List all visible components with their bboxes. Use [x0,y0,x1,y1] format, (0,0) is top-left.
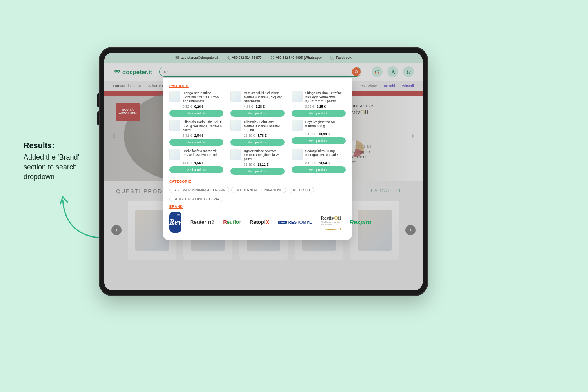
support-button[interactable] [372,66,383,77]
svg-point-3 [115,70,117,72]
carousel-next[interactable] [405,225,416,235]
whatsapp-icon [270,56,274,60]
search-input[interactable] [159,67,361,77]
brand-reuflor[interactable]: Reuflor [223,214,241,231]
dropdown-product-item: Clismalax Soluzione Rettale 4 clismi Las… [230,120,285,146]
svg-point-4 [118,70,120,72]
header-icons [372,66,414,77]
product-thumbnail [230,149,241,160]
view-product-button[interactable]: Vedi prodotto [230,168,285,175]
dropdown-product-item: Redonyl ultra 50 mg cane/gatto 60 capsul… [292,149,346,175]
dropdown-brands-row: Rev Reuterin® Reuflor RetopiX inovaRESTO… [169,212,346,233]
mail-icon [175,56,179,60]
search-icon [354,69,359,74]
svg-point-1 [271,56,274,59]
product-thumbnail [292,120,303,131]
logo-icon [113,68,121,76]
product-name[interactable]: Siringa Insulina Extrafine 26G Ago Remov… [305,91,346,103]
dropdown-product-item: Royal regime tea 50 bustine 100 g 18,50 … [292,120,346,146]
cart-icon [406,69,411,74]
view-product-button[interactable]: Vedi prodotto [230,139,285,146]
account-button[interactable] [387,66,398,77]
dropdown-brand-heading: BRAND [169,205,346,209]
search-dropdown: PRODOTTI Siringa per Insulina Extrafine … [163,78,352,240]
brand-restomyl[interactable]: inovaRESTOMYL [278,214,312,231]
chevron-left-icon [114,228,119,232]
category-pill[interactable]: SISTEMA RENINA-ANGIOTENSINA [169,187,229,193]
contact-bar: assistenza@docpeter.it +39 082 314 44 97… [104,53,423,63]
site-logo[interactable]: docpeter.it [113,68,152,76]
annotation-body: Added the 'Brand' section to search drop… [24,152,86,182]
dropdown-product-item: Glicerolo Carlo Erba Adulti 6,75 g Soluz… [169,120,223,146]
view-product-button[interactable]: Vedi prodotto [292,137,346,144]
product-price: 16,50 €5,78 € [230,134,285,138]
hero-badge: NOVITÀASSOLUTA! [116,103,140,121]
view-product-button[interactable]: Vedi prodotto [292,110,346,117]
search-wrapper [159,67,361,77]
product-thumbnail [169,120,180,131]
dropdown-products-grid: Siringa per Insulina Extrafine 1ml 100 u… [169,91,346,175]
nav-item[interactable]: Marchi [384,84,395,88]
brand-retopix[interactable]: RetopiX [250,214,269,231]
search-button[interactable] [352,67,361,76]
contact-whatsapp-text: +39 342 840 9095 (Whatsapp) [276,56,322,60]
contact-facebook[interactable]: Facebook [330,56,352,60]
product-price: 0,32 €0,26 € [169,105,223,109]
view-product-button[interactable]: Vedi prodotto [230,110,285,117]
carousel-prev[interactable] [111,225,122,235]
product-name[interactable]: Bgstar strisce reattive misurazione glic… [244,149,285,162]
hero-right-text: tecnonaturæ RestivOil OLI LEGGERI per pr… [344,103,411,165]
logo-text: docpeter.it [122,69,152,75]
product-thumbnail [230,91,241,102]
contact-email[interactable]: assistenza@docpeter.it [175,56,218,60]
user-icon [390,69,396,74]
view-product-button[interactable]: Vedi prodotto [169,110,223,117]
annotation-block: Results: Added the 'Brand' section to se… [24,141,86,182]
view-product-button[interactable]: Vedi prodotto [169,139,223,146]
product-thumbnail [292,149,303,160]
carousel-prev[interactable] [109,131,119,141]
contact-whatsapp[interactable]: +39 342 840 9095 (Whatsapp) [270,56,322,60]
product-price: 0,32 €0,15 € [292,105,346,109]
tablet-screen: assistenza@docpeter.it +39 082 314 44 97… [104,53,423,290]
product-thumbnail [169,149,180,160]
category-pill[interactable]: REGOLARITA E DEPURAZIONE [231,187,286,193]
nav-item[interactable]: rescrizione [359,84,377,88]
product-name[interactable]: Siringa per Insulina Extrafine 1ml 100 u… [183,91,223,103]
chevron-left-icon [111,133,117,139]
brand-rev[interactable]: Rev [169,212,181,233]
product-name[interactable]: Sodio fosfato marco viti rettale lassati… [183,149,223,157]
category-pill[interactable]: REFLUSSO [289,187,314,193]
product-name[interactable]: Redonyl ultra 50 mg cane/gatto 60 capsul… [305,149,346,157]
contact-facebook-text: Facebook [336,56,352,60]
dropdown-products-heading: PRODOTTI [169,84,346,88]
contact-phone-text: +39 082 314 44 977 [232,56,262,60]
product-name[interactable]: Royal regime tea 50 bustine 100 g [305,120,346,128]
cart-button[interactable] [403,66,414,77]
product-price: 5,81 €2,54 € [169,134,223,138]
facebook-icon [330,56,334,60]
contact-phone[interactable]: +39 082 314 44 977 [227,56,262,60]
product-price: 18,50 €10,99 € [292,132,346,136]
category-pill[interactable]: STRISCE REATTIVE GLICEMIA [169,196,223,202]
headset-icon [374,69,380,74]
product-name[interactable]: Glicerolo Carlo Erba Adulti 6,75 g Soluz… [183,120,223,132]
brand-reuterin[interactable]: Reuterin® [190,214,214,231]
product-price: 35,59 €13,11 € [230,163,285,167]
dropdown-product-item: Siringa per Insulina Extrafine 1ml 100 u… [169,91,223,117]
product-price: 4,00 €1,56 € [169,161,223,165]
nav-item[interactable]: Farmaci da banco [113,84,141,88]
dropdown-product-item: Siringa Insulina Extrafine 26G Ago Remov… [292,91,346,117]
product-thumbnail [292,91,303,102]
brand-respiro[interactable]: Respiro [350,214,372,231]
dropdown-categories-heading: CATEGORIE [169,180,346,183]
product-name[interactable]: Verolax Adulti Soluzione Rettale 6 clism… [244,91,285,103]
nav-item[interactable]: Rimedi [402,84,414,88]
product-thumbnail [230,120,241,131]
view-product-button[interactable]: Vedi prodotto [292,166,346,173]
product-name[interactable]: Clismalax Soluzione Rettale 4 clismi Las… [244,120,285,132]
brand-restivoil[interactable]: RestivOil Olio-Shampoo per tutti i tipi … [321,214,341,231]
dropdown-categories: SISTEMA RENINA-ANGIOTENSINAREGOLARITA E … [169,187,346,202]
product-price: 28,20 €23,54 € [292,161,346,165]
view-product-button[interactable]: Vedi prodotto [169,166,223,173]
